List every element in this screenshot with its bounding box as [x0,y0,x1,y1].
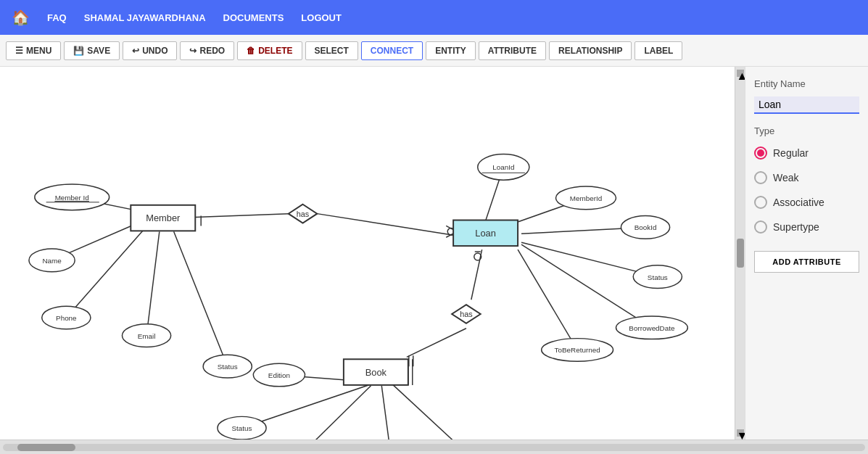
associative-radio[interactable] [754,196,767,209]
regular-label: Regular [773,147,809,159]
undo-button[interactable]: ↩ UNDO [123,41,177,60]
label-button[interactable]: LABEL [635,41,682,60]
svg-text:has: has [297,210,310,218]
save-button[interactable]: 💾 SAVE [64,41,120,60]
svg-text:Status: Status [218,363,238,371]
type-regular-option[interactable]: Regular [754,146,859,160]
entity-name-label: Entity Name [754,78,859,89]
svg-text:Email: Email [138,332,156,340]
svg-text:has: has [460,310,473,318]
canvas-area[interactable]: Member Loan Book has has Member Id [0,67,735,439]
connect-button[interactable]: CONNECT [361,41,423,60]
type-weak-option[interactable]: Weak [754,171,859,184]
main-layout: Member Loan Book has has Member Id [0,67,868,439]
svg-text:Member: Member [146,213,181,224]
weak-radio[interactable] [754,171,767,184]
type-label: Type [754,125,859,136]
svg-line-4 [174,231,228,366]
type-associative-option[interactable]: Associative [754,196,859,209]
svg-line-16 [518,249,577,350]
svg-text:BorrowedDate: BorrowedDate [629,324,675,332]
regular-radio[interactable] [754,146,767,160]
relationship-button[interactable]: RELATIONSHIP [549,41,632,60]
attribute-button[interactable]: ATTRIBUTE [479,41,546,60]
svg-line-15 [521,244,652,328]
svg-text:Name: Name [42,257,62,265]
supertype-label: Supertype [773,221,819,233]
associative-label: Associative [773,197,824,208]
supertype-radio[interactable] [754,220,767,234]
user-link[interactable]: SHAMAL JAYAWARDHANA [84,12,206,23]
documents-link[interactable]: DOCUMENTS [223,12,284,23]
redo-button[interactable]: ↪ REDO [180,41,234,60]
faq-link[interactable]: FAQ [47,12,67,23]
scrollbar-thumb[interactable] [17,444,75,451]
svg-line-2 [66,228,145,318]
vertical-scrollbar[interactable]: ▲ ▼ [735,67,745,439]
home-icon[interactable]: 🏠 [12,9,30,26]
svg-line-17 [471,249,482,300]
svg-text:Member Id: Member Id [55,194,89,202]
svg-line-5 [195,214,289,218]
bottom-scrollbar[interactable] [0,439,868,454]
svg-line-20 [407,329,466,358]
er-diagram: Member Loan Book has has Member Id [0,67,735,439]
svg-text:Phone: Phone [56,314,77,322]
svg-text:BookId: BookId [635,223,657,231]
svg-text:Status: Status [232,424,252,432]
weak-label: Weak [773,172,799,183]
svg-text:Book: Book [365,367,387,378]
type-supertype-option[interactable]: Supertype [754,220,859,234]
scrollbar-track[interactable] [3,444,865,451]
svg-line-25 [284,386,371,439]
toolbar: ☰ MENU 💾 SAVE ↩ UNDO ↪ REDO 🗑 DELETE SEL… [0,35,868,67]
entity-button[interactable]: ENTITY [426,41,476,60]
svg-text:MemberId: MemberId [570,194,602,202]
svg-text:ToBeReturned: ToBeReturned [555,346,600,354]
svg-text:Status: Status [648,273,668,281]
svg-text:LoanId: LoanId [492,163,514,171]
logout-link[interactable]: LOGOUT [301,12,342,23]
svg-line-3 [146,231,160,335]
svg-text:Edition: Edition [268,371,290,379]
select-button[interactable]: SELECT [305,41,358,60]
svg-text:Loan: Loan [475,228,496,239]
menu-button[interactable]: ☰ MENU [6,41,61,60]
right-panel: Entity Name Type Regular Weak Associativ… [745,67,868,439]
entity-name-input[interactable] [754,96,859,114]
svg-line-27 [392,384,470,439]
svg-line-7 [317,214,453,236]
svg-line-26 [381,386,391,439]
navbar: 🏠 FAQ SHAMAL JAYAWARDHANA DOCUMENTS LOGO… [0,0,868,35]
add-attribute-button[interactable]: ADD ATTRIBUTE [754,251,859,273]
delete-button[interactable]: 🗑 DELETE [237,41,302,60]
